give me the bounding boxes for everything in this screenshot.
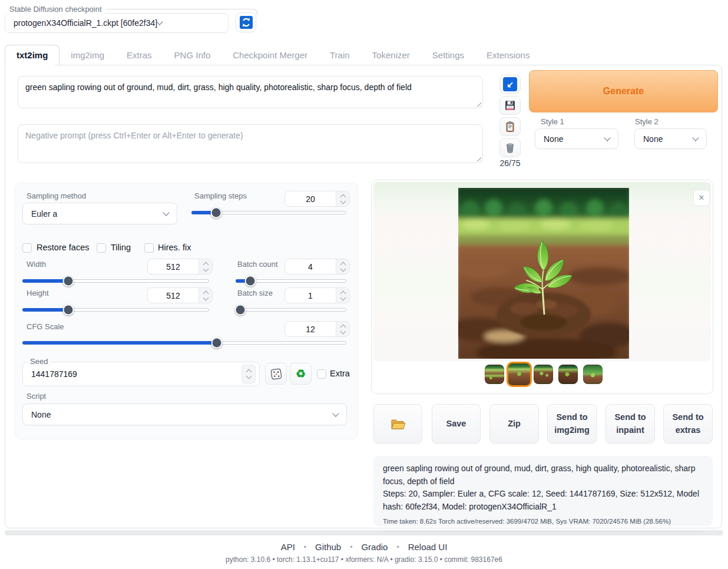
height-stepper[interactable] [198,288,212,303]
sampling-steps-slider-handle[interactable] [211,207,222,219]
checkpoint-label: Stable Diffusion checkpoint [7,5,104,14]
footer-versions: python: 3.10.6 • torch: 1.13.1+cu117 • x… [0,555,728,564]
footer-link-api[interactable]: API [281,542,295,552]
prompt-input[interactable]: green sapling rowing out of ground, mud,… [18,76,483,108]
cfg-scale-value[interactable] [285,322,336,336]
send-to-extras-label: Send to extras [667,411,709,436]
tab-extras[interactable]: Extras [115,45,163,65]
reuse-seed-button[interactable]: ♻ [290,363,312,385]
sampling-steps-slider[interactable] [191,211,346,214]
send-to-img2img-button[interactable]: Send to img2img [547,404,597,444]
batch-size-stepper[interactable] [336,288,349,303]
seed-value[interactable] [23,369,241,379]
checkpoint-dropdown[interactable]: protogenX34OfficialR_1.ckpt [60fe2f34] [5,13,229,33]
close-gallery-button[interactable]: × [693,190,710,206]
gallery-thumbnail-3[interactable] [534,365,553,384]
generate-button[interactable]: Generate [529,70,718,113]
paste-generation-params-button[interactable]: ↙ [499,75,521,94]
gallery-thumbnail-1[interactable] [485,365,504,384]
width-slider[interactable] [22,279,209,283]
chevron-down-icon [332,410,339,416]
zip-label: Zip [508,418,521,430]
height-value[interactable] [148,288,198,303]
seed-stepper[interactable] [241,365,256,383]
height-slider-handle[interactable] [63,305,74,316]
save-style-button[interactable] [499,96,521,115]
tab-tokenizer[interactable]: Tokenizer [361,45,421,65]
style1-value: None [544,134,563,144]
send-to-inpaint-label: Send to inpaint [610,411,651,436]
footer-link-github[interactable]: Github [315,542,341,552]
refresh-checkpoints-button[interactable] [236,12,256,32]
width-value[interactable] [148,259,198,274]
tab-settings[interactable]: Settings [421,45,475,65]
width-label: Width [27,260,46,269]
height-slider[interactable] [22,308,209,312]
main-tabs: txt2img img2img Extras PNG Info Checkpoi… [5,45,541,65]
tiling-label: Tiling [111,243,131,252]
chevron-down-icon [163,209,169,216]
tab-txt2img[interactable]: txt2img [5,45,59,65]
sampling-steps-input[interactable] [284,191,350,207]
negative-prompt-input[interactable] [18,124,483,163]
cfg-scale-input[interactable] [284,321,350,337]
zip-button[interactable]: Zip [489,404,539,444]
restore-faces-checkbox[interactable] [22,243,32,253]
style2-value: None [643,134,663,144]
batch-count-slider-handle[interactable] [245,276,256,287]
batch-count-stepper[interactable] [336,259,349,274]
extra-seed-checkbox[interactable] [317,369,326,379]
batch-size-label: Batch size [237,289,273,297]
tab-train[interactable]: Train [319,45,361,65]
batch-size-value[interactable] [285,288,336,303]
sampling-steps-value[interactable] [285,191,336,206]
clipboard-icon [504,121,516,133]
width-stepper[interactable] [198,259,212,274]
width-slider-handle[interactable] [63,276,74,287]
batch-size-input[interactable] [284,287,350,303]
trash-icon [504,142,516,154]
batch-size-slider-handle[interactable] [235,305,246,316]
script-dropdown[interactable]: None [22,403,347,425]
batch-count-slider[interactable] [236,279,346,283]
random-seed-button[interactable] [265,363,287,385]
send-to-inpaint-button[interactable]: Send to inpaint [605,404,655,444]
send-to-img2img-label: Send to img2img [551,411,593,436]
tiling-checkbox[interactable] [97,243,106,253]
batch-count-value[interactable] [285,259,336,274]
tab-png-info[interactable]: PNG Info [163,45,222,65]
sampling-method-dropdown[interactable]: Euler a [22,203,177,224]
floppy-disk-icon [504,100,516,111]
cfg-scale-stepper[interactable] [336,322,349,336]
script-value: None [31,410,51,419]
gallery-thumbnail-4[interactable] [558,365,578,384]
style2-dropdown[interactable]: None [634,128,707,149]
cfg-scale-slider[interactable] [22,341,346,345]
tab-checkpoint-merger[interactable]: Checkpoint Merger [221,45,319,65]
seed-field[interactable] [22,362,260,386]
tab-extensions[interactable]: Extensions [475,45,541,65]
gallery-thumbnail-2-selected[interactable] [507,362,532,387]
apply-style-button[interactable] [499,117,521,136]
tab-img2img[interactable]: img2img [59,45,115,65]
generation-info-panel: green sapling rowing out of ground, mud,… [373,456,713,526]
style1-dropdown[interactable]: None [535,128,618,149]
footer-link-gradio[interactable]: Gradio [361,542,388,552]
height-input[interactable] [147,287,213,303]
open-folder-button[interactable] [373,404,422,444]
style1-label: Style 1 [541,117,564,126]
width-input[interactable] [147,259,213,274]
recycle-icon: ♻ [296,367,306,381]
footer-link-reload-ui[interactable]: Reload UI [408,542,448,552]
hires-fix-checkbox[interactable] [144,243,154,253]
cfg-scale-slider-handle[interactable] [211,338,223,349]
batch-size-slider[interactable] [236,308,346,312]
save-button[interactable]: Save [432,404,481,444]
send-to-extras-button[interactable]: Send to extras [663,404,713,444]
sampling-steps-stepper[interactable] [336,191,349,206]
paste-params-icon: ↙ [503,77,517,91]
generated-image[interactable] [458,188,629,359]
batch-count-input[interactable] [284,259,350,274]
gallery-thumbnail-5[interactable] [583,365,603,384]
clear-prompt-button[interactable] [499,138,521,157]
